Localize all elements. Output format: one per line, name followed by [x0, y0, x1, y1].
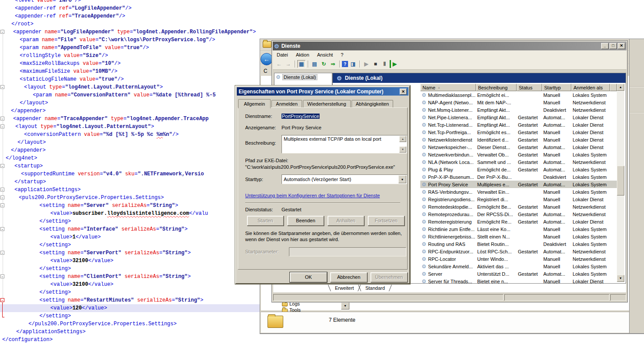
tab-allgemein[interactable]: Allgemein [238, 99, 271, 108]
table-row[interactable]: ⚙NAP-Agent (Netwo...Mit dem NAP-...Manue… [420, 99, 617, 106]
maximize-button[interactable]: □ [609, 43, 617, 49]
pause-service-icon[interactable]: Ⅱ [380, 60, 389, 68]
table-row[interactable]: ⚙ServerUnterstützt D...GestartetAutomat.… [420, 270, 617, 277]
table-row[interactable]: ⚙Net.Tcp-Portfreiga...Ermöglicht es...Ge… [420, 128, 617, 136]
scroll-down-button[interactable]: ▼ [617, 275, 624, 282]
scroll-up-button[interactable]: ▲ [399, 136, 406, 142]
dialog-close-button[interactable]: ✕ [400, 89, 407, 95]
back-button[interactable]: ← [260, 53, 273, 65]
table-row[interactable]: ⚙Net.Tcp-Listenerad...Empfängt Akt...Ges… [420, 121, 617, 128]
fold-collapse-icon[interactable]: - [0, 274, 4, 278]
column-header-anmeldenals[interactable]: Anmelden als [571, 84, 610, 91]
table-row[interactable]: ⚙Richtlinie zum Entfe...Lässt eine Ko...… [420, 225, 617, 233]
anhalten-button[interactable]: Anhalten [327, 216, 364, 226]
fold-collapse-icon[interactable]: - [0, 196, 4, 199]
ok-button[interactable]: OK [290, 272, 327, 282]
vertical-scrollbar[interactable]: ▲ ▼ [617, 84, 624, 282]
table-row[interactable]: ⚙Plug & PlayErmöglicht de...GestartetAut… [420, 166, 617, 173]
tab-anmelden[interactable]: Anmelden [271, 100, 302, 108]
dialog-titlebar[interactable]: Eigenschaften von Port Proxy Service (Lo… [237, 87, 408, 96]
table-row[interactable]: ⚙Remotedesktopdie...Ermöglicht Be...Gest… [420, 203, 617, 210]
beschreibung-field[interactable]: Multiplexes external TCP/IP data on loca… [282, 135, 407, 153]
show-console-tree-icon[interactable]: ▦ [297, 60, 306, 68]
table-row[interactable]: ⚙NetzwerklistendienstIdentifiziert d...G… [420, 136, 617, 143]
tree-item-dienste-lokal[interactable]: ⚙ Dienste (Lokal) [274, 73, 332, 81]
cell-status: Gestartet [517, 167, 542, 172]
services-titlebar[interactable]: ⚙ Dienste _ □ ✕ [273, 42, 626, 50]
abbrechen-button[interactable]: Abbrechen [330, 272, 367, 282]
start-service-icon[interactable]: ▶ [362, 60, 370, 68]
menu-item-[interactable]: ? [337, 51, 347, 58]
fold-collapse-icon[interactable]: - [0, 203, 4, 207]
cell-beschreibung: Sammelt und ... [476, 160, 517, 165]
cell-starttyp: Manuell [542, 204, 571, 210]
uebernehmen-button[interactable]: Übernehmen [370, 272, 408, 282]
view-tab-erweitert[interactable]: Erweitert [330, 285, 359, 291]
dropdown-button[interactable]: ▼ [341, 302, 349, 309]
refresh-icon[interactable]: ↻ [320, 60, 328, 68]
fold-collapse-icon[interactable]: - [0, 85, 4, 89]
export-list-icon[interactable]: ⇒ [329, 60, 337, 68]
starten-button[interactable]: Starten [247, 216, 284, 226]
tab-abhängigkeiten[interactable]: Abhängigkeiten [352, 100, 394, 108]
stop-service-icon[interactable]: ■ [371, 60, 380, 68]
close-button[interactable]: ✕ [618, 43, 625, 49]
column-header-status[interactable]: Status [517, 84, 542, 91]
scroll-up-button[interactable]: ▲ [617, 84, 624, 91]
menu-item-aktion[interactable]: Aktion [292, 51, 313, 58]
fold-collapse-icon[interactable]: - [0, 188, 4, 192]
help-icon[interactable]: ? [342, 61, 348, 67]
starttyp-select[interactable]: Automatisch (Verzögerter Start) ▼ [282, 174, 407, 184]
minimize-button[interactable]: _ [601, 43, 609, 49]
chevron-down-icon[interactable]: ▼ [398, 175, 406, 183]
table-row[interactable]: ⚙Sekundäre Anmeld...Aktiviert das ...Man… [420, 263, 617, 270]
table-row[interactable]: ⚙PnP-X-IP-Busenum...Der PnP-X-Bu...Deakt… [420, 173, 617, 181]
table-row[interactable]: ⚙NLA (Network Loca...Sammelt und ...Gest… [420, 158, 617, 166]
scrollbar-thumb[interactable] [617, 166, 624, 196]
restart-service-icon[interactable]: ▶ [390, 60, 398, 68]
table-row[interactable]: ⚙RPC-Endpunktzuor...Löst RPC-Sch...Gesta… [420, 248, 617, 255]
fold-collapse-icon[interactable]: - [0, 117, 4, 121]
gear-icon: ⚙ [337, 75, 342, 81]
view-tab-standard[interactable]: Standard [360, 285, 390, 291]
properties-icon[interactable]: ▤ [310, 60, 319, 68]
beenden-button[interactable]: Beenden [287, 216, 324, 226]
forward-icon[interactable]: → [284, 60, 292, 68]
scrollbar-track[interactable] [617, 91, 624, 275]
table-row[interactable]: ⚙Registrierungsdiens...Registriert di...… [420, 196, 617, 203]
table-row[interactable]: ⚙Net.Msmq-Listener...Empfängt Akt...Deak… [420, 106, 617, 114]
fold-collapse-icon[interactable]: - [0, 30, 4, 34]
fold-collapse-icon-changed[interactable]: - [0, 298, 4, 302]
column-header-starttyp[interactable]: Starttyp [542, 84, 571, 91]
back-icon[interactable]: ← [275, 60, 283, 68]
startoptions-help-link[interactable]: Unterstützung beim Konfigurieren der Sta… [245, 193, 380, 198]
dienstname-value[interactable]: PortProxyService [282, 114, 320, 119]
startparameter-input[interactable] [289, 247, 406, 256]
table-row[interactable]: ⚙Multimediaklassenpl...Ermöglicht ei...M… [420, 91, 617, 99]
menu-item-datei[interactable]: Datei [273, 51, 292, 58]
scroll-down-button[interactable]: ▼ [399, 146, 406, 153]
table-row[interactable]: ⚙Remoteprozedurau...Der RPCSS-Di...Gesta… [420, 210, 617, 218]
table-row[interactable]: ⚙RPC-LocatorUnter Windo...ManuellNetzwer… [420, 255, 617, 263]
cell-anmelden: Lokaler Dienst [571, 279, 610, 284]
table-row[interactable]: ⚙Netzwerkspeicher-...Dieser Dienst...Ges… [420, 143, 617, 151]
beschreibung-scrollbar[interactable]: ▲ ▼ [399, 136, 406, 153]
show-hide-tree-icon[interactable]: ◨ [349, 60, 357, 68]
table-row[interactable]: ⚙Port Proxy ServiceMultiplexes e...Gesta… [420, 181, 617, 188]
fortsetzen-button[interactable]: Fortsetzen [368, 216, 405, 226]
column-header-beschreibung[interactable]: Beschreibung [476, 84, 517, 91]
table-row[interactable]: ⚙RemoteregistrierungErmöglicht Re...Gest… [420, 218, 617, 225]
table-row[interactable]: ⚙Net.Pipe-Listenera...Empfängt Akt...Ges… [420, 114, 617, 121]
cell-name: ⚙RPC-Endpunktzuor... [420, 249, 476, 254]
fold-collapse-icon[interactable]: - [0, 251, 4, 255]
fold-collapse-icon[interactable]: - [0, 227, 4, 231]
fold-collapse-icon[interactable]: - [0, 124, 4, 128]
column-header-name[interactable]: Name▲ [420, 84, 476, 91]
table-row[interactable]: ⚙RAS-Verbindungsv...Verwaltet Ein...Manu… [420, 188, 617, 196]
table-row[interactable]: ⚙Routing und RASBietet Routin...Deaktivi… [420, 240, 617, 248]
fold-collapse-icon[interactable]: - [0, 164, 4, 168]
table-row[interactable]: ⚙Richtlinienergebniss...Stellt einen N..… [420, 233, 617, 240]
menu-item-ansicht[interactable]: Ansicht [313, 51, 337, 58]
tab-wiederherstellung[interactable]: Wiederherstellung [303, 100, 351, 108]
table-row[interactable]: ⚙Netzwerkverbindun...Verwaltet Ob...Gest… [420, 151, 617, 158]
